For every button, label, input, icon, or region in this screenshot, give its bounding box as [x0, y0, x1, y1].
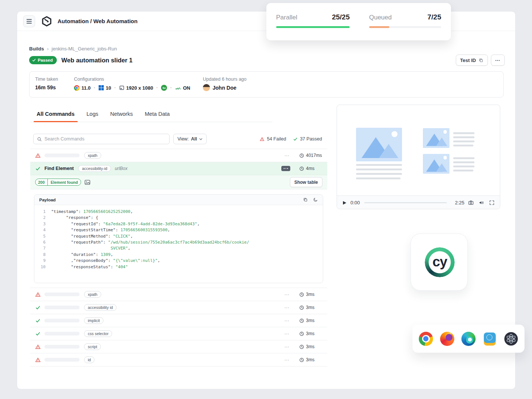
command-row[interactable]: xpath ⋯ 3ms — [30, 288, 327, 301]
clock-icon — [299, 331, 304, 336]
queued-stat: Queued 7/25 — [369, 13, 441, 40]
breadcrumb-current: jenkins-ML_Generic_jobs-Run — [52, 46, 117, 52]
payload-title: Payload — [39, 198, 56, 202]
command-duration: 3ms — [299, 331, 322, 336]
commands-toolbar: View: All 54 Failed 37 Passed — [30, 134, 327, 144]
payload-line: 7 SVCVER", — [40, 245, 323, 251]
command-duration: 4017ms — [299, 153, 322, 158]
payload-line: 9 ,"responseBody": "{\"value\":null}", — [40, 258, 323, 264]
view-value: All — [191, 136, 197, 142]
command-name-skeleton — [44, 345, 80, 349]
command-row[interactable]: id ⋯ 3ms — [30, 353, 327, 366]
clock-icon — [299, 305, 304, 310]
app-title: Automation / Web Automation — [58, 18, 137, 24]
status-badge: Passed — [29, 56, 57, 64]
command-duration: 3ms — [299, 305, 322, 310]
clock-icon — [299, 318, 304, 323]
response-code: 200 — [35, 179, 48, 185]
tunnel-icon — [175, 86, 182, 90]
payload-line: 6 "requestPath": "/wd/hub/session/755e20… — [40, 239, 323, 245]
tab-meta-data[interactable]: Meta Data — [145, 106, 170, 122]
queued-value: 7/25 — [427, 13, 441, 21]
locator-type-badge: accessibility id — [84, 304, 117, 311]
search-box[interactable] — [33, 134, 170, 144]
command-row[interactable]: script ⋯ 3ms — [30, 340, 327, 353]
show-table-button[interactable]: Show table — [290, 177, 322, 187]
payload-panel: Payload 1"timestamp": 170566560162525200… — [34, 194, 323, 283]
app-logo-icon — [41, 16, 52, 27]
chrome-icon — [74, 85, 80, 91]
menu-button[interactable] — [23, 15, 35, 27]
tab-logs[interactable]: Logs — [87, 106, 98, 122]
console-badge-icon[interactable] — [281, 166, 290, 171]
browser-logos-bar — [412, 325, 525, 353]
edge-icon — [461, 332, 476, 346]
check-icon — [35, 166, 41, 171]
tab-all-commands[interactable]: All Commands — [37, 106, 75, 122]
time-taken-value: 16m 59s — [35, 84, 58, 90]
row-more-icon[interactable]: ⋯ — [284, 344, 290, 350]
row-more-icon[interactable]: ⋯ — [284, 357, 290, 363]
queued-label: Queued — [369, 14, 392, 21]
check-icon — [35, 331, 41, 337]
total-duration: 2:25 — [455, 200, 464, 205]
more-actions-button[interactable]: ⋯ — [491, 55, 505, 66]
copy-icon — [479, 58, 483, 63]
copy-icon[interactable] — [303, 197, 308, 202]
failed-count-label: 54 Failed — [267, 136, 286, 142]
clock-icon — [299, 292, 304, 297]
tab-networks[interactable]: Networks — [110, 106, 133, 122]
resolution-value: 1920 x 1080 — [126, 85, 153, 91]
test-id-button[interactable]: Test ID — [456, 55, 488, 66]
row-more-icon[interactable]: ⋯ — [284, 292, 290, 297]
row-more-icon[interactable]: ⋯ — [284, 153, 290, 158]
command-row[interactable]: xpath ⋯ 4017ms — [30, 149, 327, 162]
windows-icon — [99, 85, 104, 90]
dark-mode-moon-icon[interactable] — [313, 197, 318, 202]
play-button[interactable] — [342, 201, 347, 205]
payload-line: 3 "requestId": "6a7eda28-9f5f-4add-82de-… — [40, 221, 323, 227]
commands-table-top: xpath ⋯ 4017ms Find Element — [30, 149, 327, 283]
command-duration: 4ms — [299, 166, 322, 171]
command-name-skeleton — [44, 319, 80, 322]
row-more-icon[interactable]: ⋯ — [284, 305, 290, 310]
cypress-wordmark: cy — [432, 254, 447, 270]
electron-icon — [504, 332, 518, 346]
volume-icon[interactable] — [479, 200, 484, 205]
tab-bar: All Commands Logs Networks Meta Data — [30, 106, 272, 122]
camera-icon[interactable] — [468, 200, 474, 205]
view-filter-dropdown[interactable]: View: All — [173, 134, 207, 144]
configurations-label: Configurations — [74, 77, 190, 82]
player-controls: 0:00 2:25 — [337, 195, 500, 209]
selenium-icon: Se — [161, 85, 167, 91]
command-row[interactable]: implicit ⋯ 3ms — [30, 314, 327, 327]
dot-separator: · — [114, 84, 116, 91]
row-more-icon[interactable]: ⋯ — [284, 331, 290, 337]
breadcrumb-builds-link[interactable]: Builds — [29, 46, 44, 52]
parallel-progress-bar — [276, 26, 350, 28]
seek-bar[interactable] — [364, 202, 446, 203]
dot-separator: · — [170, 84, 172, 91]
command-response-row: 200 Element found Show table — [30, 175, 327, 189]
test-id-label: Test ID — [460, 58, 476, 63]
command-row-selected[interactable]: Find Element accessibility-id urlBox 4ms — [30, 162, 327, 175]
command-row[interactable]: accessibility id ⋯ 3ms — [30, 301, 327, 314]
search-input[interactable] — [44, 136, 166, 142]
command-duration: 3ms — [299, 318, 322, 323]
passed-count-label: 37 Passed — [300, 136, 322, 142]
warning-icon — [35, 344, 41, 350]
command-name-skeleton — [44, 358, 80, 362]
row-more-icon[interactable]: ⋯ — [284, 318, 290, 324]
command-row[interactable]: css selector ⋯ 3ms — [30, 327, 327, 340]
warning-icon — [35, 153, 41, 158]
locator-type-badge: accessibility-id — [78, 165, 111, 172]
warning-icon — [260, 137, 265, 142]
page: Automation / Web Automation Builds › jen… — [0, 0, 532, 399]
payload-line: 10 "responseStatus": "404" — [40, 264, 323, 270]
cypress-card: cy — [411, 233, 468, 291]
locator-type-badge: implicit — [84, 317, 103, 324]
command-duration: 3ms — [299, 357, 322, 362]
fullscreen-icon[interactable] — [489, 200, 495, 205]
screenshot-icon[interactable] — [84, 179, 90, 185]
current-time: 0:00 — [350, 200, 360, 205]
